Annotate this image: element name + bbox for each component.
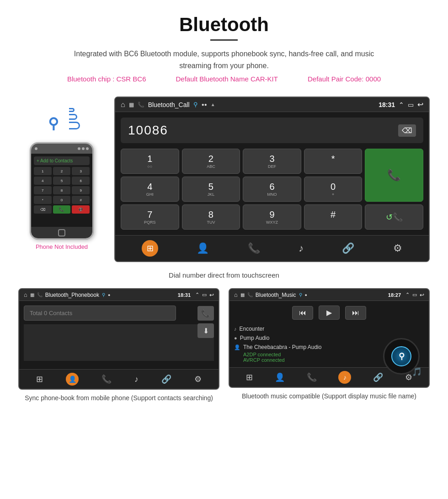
- page-header: Bluetooth Integrated with BC6 Bluetooth …: [0, 0, 448, 97]
- phone-dot: [35, 147, 37, 150]
- call-contact-btn[interactable]: 📞: [197, 306, 214, 321]
- bottom-row: ⌂ ▦ 📞 Bluetooth_Phonebook ⚲ ● 18:31 ⌃ ▭ …: [0, 288, 448, 403]
- signal-arcs: [69, 108, 80, 131]
- key-8[interactable]: 8 TUV: [182, 204, 240, 230]
- phone-contact-bar: + Add to Contacts: [34, 156, 90, 165]
- key-9[interactable]: 9 WXYZ: [243, 204, 301, 230]
- expand-icon: ⌃: [399, 101, 404, 108]
- phone-screen: + Add to Contacts 1 2 3 4 5 6 7 8 9 * 0 …: [31, 154, 92, 227]
- call-log-nav-btn[interactable]: 📞: [248, 242, 260, 254]
- mu-nav-calls[interactable]: 📞: [307, 372, 317, 382]
- phone-key-7[interactable]: 7: [34, 186, 52, 194]
- phone-icon: 📞: [138, 102, 144, 108]
- mu-nav-contacts[interactable]: 👤: [275, 372, 285, 382]
- bt-status-icon: ⚲: [193, 101, 198, 108]
- window-icon: ▭: [408, 101, 414, 108]
- download-contacts-btn[interactable]: ⬇: [197, 323, 214, 338]
- dial-caption: Dial number direct from touchscreen: [0, 271, 448, 279]
- music-screen: ⌂ ▦ 📞 Bluetooth_Music ⚲ ● 18:27 ⌃ ▭ ↩ ⏮ …: [229, 288, 430, 388]
- phone-delete-btn[interactable]: ⌫: [34, 205, 52, 214]
- key-3[interactable]: 3 DEF: [243, 149, 301, 174]
- phone-top-bar: [31, 144, 92, 154]
- link-nav-btn[interactable]: 🔗: [342, 242, 354, 254]
- key-1[interactable]: 1 ○○: [121, 149, 179, 174]
- phone-key-5[interactable]: 5: [53, 177, 71, 185]
- phone-key-hash[interactable]: #: [72, 196, 90, 204]
- phone-key-8[interactable]: 8: [53, 186, 71, 194]
- contacts-empty-area: [24, 324, 214, 361]
- phone-key-4[interactable]: 4: [34, 177, 52, 185]
- signal-bar: ▲: [211, 102, 215, 107]
- dialpad-nav-btn[interactable]: ⊞: [142, 240, 158, 257]
- home-icon: ⌂: [121, 101, 125, 109]
- key-6[interactable]: 6 MNO: [243, 177, 301, 202]
- contacts-actions: 📞 ⬇: [197, 306, 214, 338]
- phone-key-1[interactable]: 1: [34, 167, 52, 175]
- key-2[interactable]: 2 ABC: [182, 149, 240, 174]
- pb-window: ▭: [202, 292, 207, 298]
- pb-nav-music[interactable]: ♪: [134, 375, 139, 384]
- phone-dots-right: [78, 147, 89, 150]
- page-title: Bluetooth: [9, 14, 439, 36]
- pb-nav-calls[interactable]: 📞: [101, 374, 112, 384]
- phone-call-btn[interactable]: 📞: [53, 205, 71, 214]
- music-nav-btn[interactable]: ♪: [299, 242, 304, 254]
- phone-key-star[interactable]: *: [34, 196, 52, 204]
- pb-nav-contacts[interactable]: 👤: [66, 373, 79, 386]
- pb-nav-link[interactable]: 🔗: [161, 374, 171, 384]
- pb-bottom-nav: ⊞ 👤 📞 ♪ 🔗 ⚙: [19, 369, 219, 389]
- phone-key-2[interactable]: 2: [53, 167, 71, 175]
- mu-expand: ⌃: [405, 292, 410, 298]
- vinyl-inner: ⚲: [391, 346, 411, 366]
- play-btn[interactable]: ▶: [319, 306, 340, 320]
- mu-home-icon: ⌂: [234, 291, 238, 298]
- backspace-button[interactable]: ⌫: [398, 124, 416, 137]
- artist-name: Pump Audio: [240, 335, 270, 341]
- pb-title: Bluetooth_Phonebook: [45, 292, 99, 298]
- key-0[interactable]: 0 +: [304, 177, 363, 202]
- mu-window: ▭: [412, 292, 417, 298]
- key-4[interactable]: 4 GHI: [121, 177, 179, 202]
- phone-key-0[interactable]: 0: [53, 196, 71, 204]
- pb-nav-dialpad[interactable]: ⊞: [36, 374, 43, 384]
- phone-bottom-bar: [31, 227, 92, 238]
- car-dial-screen: ⌂ ▦ 📞 Bluetooth_Call ⚲ ●● ▲ 18:31 ⌃ ▭ ↩ …: [114, 97, 430, 262]
- prev-btn[interactable]: ⏮: [292, 306, 313, 320]
- mu-nav-music[interactable]: ♪: [338, 371, 351, 384]
- phone-area: ⚲ + Add to Contacts: [18, 97, 105, 250]
- pb-signal: ●: [108, 293, 110, 297]
- key-5[interactable]: 5 JKL: [182, 177, 240, 202]
- contacts-nav-btn[interactable]: 👤: [197, 242, 209, 254]
- key-hash[interactable]: #: [304, 204, 363, 230]
- pb-expand: ⌃: [195, 292, 199, 298]
- bt-name: Default Bluetooth Name CAR-KIT: [176, 75, 278, 83]
- phone-key-9[interactable]: 9: [72, 186, 90, 194]
- music-card: ⌂ ▦ 📞 Bluetooth_Music ⚲ ● 18:27 ⌃ ▭ ↩ ⏮ …: [229, 288, 430, 403]
- status-time: 18:31: [379, 101, 395, 108]
- phone-end-btn[interactable]: 📵: [72, 205, 90, 214]
- phone-key-3[interactable]: 3: [72, 167, 90, 175]
- bt-icon: ⚲: [48, 115, 59, 132]
- circle-icon: ●: [234, 335, 237, 341]
- chip-detail: Bluetooth chip : CSR BC6: [67, 75, 146, 83]
- call-button[interactable]: 📞: [365, 149, 423, 202]
- phonebook-caption: Sync phone-book from mobile phone (Suppo…: [18, 393, 219, 403]
- phonebook-content: Total 0 Contacts 📞 ⬇: [19, 301, 219, 369]
- phonebook-screen: ⌂ ▦ 📞 Bluetooth_Phonebook ⚲ ● 18:31 ⌃ ▭ …: [18, 288, 219, 390]
- status-bar-title: Bluetooth_Call: [148, 101, 190, 108]
- next-btn[interactable]: ⏭: [345, 306, 366, 320]
- mu-nav-dialpad[interactable]: ⊞: [246, 372, 253, 382]
- music-content: ⏮ ▶ ⏭ ♪ Encounter ● Pump Audio 👤: [229, 301, 429, 367]
- mu-nav-link[interactable]: 🔗: [373, 372, 383, 382]
- settings-nav-btn[interactable]: ⚙: [393, 242, 402, 254]
- contacts-search-input[interactable]: Total 0 Contacts: [24, 306, 176, 321]
- key-7[interactable]: 7 PQRS: [121, 204, 179, 230]
- phone-key-6[interactable]: 6: [72, 177, 90, 185]
- phone-home-btn[interactable]: [58, 229, 65, 236]
- key-star[interactable]: *: [304, 149, 363, 174]
- arc-small: [69, 108, 75, 112]
- music-caption: Bluetooth music compatible (Support disp…: [229, 392, 430, 401]
- recall-button[interactable]: ↺📞: [365, 204, 423, 230]
- bottom-nav: ⊞ 👤 📞 ♪ 🔗 ⚙: [115, 235, 429, 261]
- pb-nav-settings[interactable]: ⚙: [194, 374, 202, 384]
